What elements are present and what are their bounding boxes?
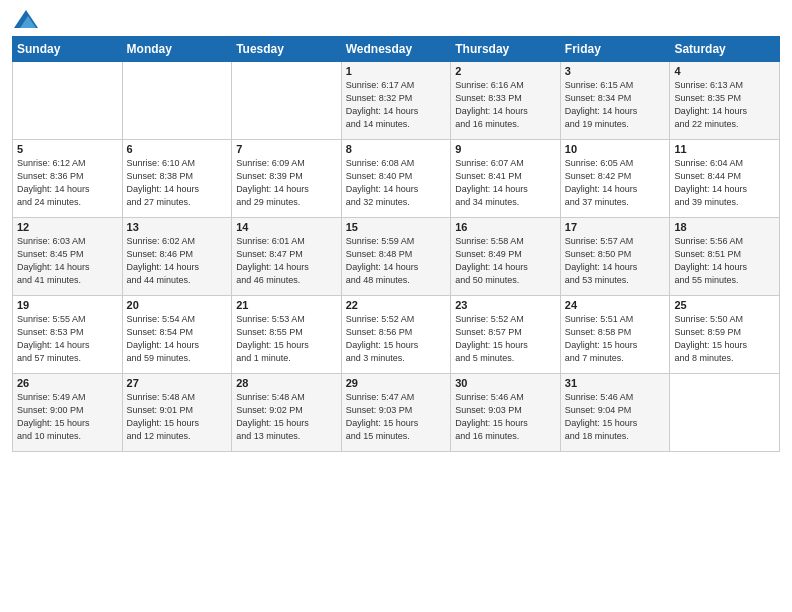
calendar-cell: 20Sunrise: 5:54 AMSunset: 8:54 PMDayligh… (122, 296, 232, 374)
calendar-cell: 11Sunrise: 6:04 AMSunset: 8:44 PMDayligh… (670, 140, 780, 218)
calendar-week-row: 5Sunrise: 6:12 AMSunset: 8:36 PMDaylight… (13, 140, 780, 218)
day-info: Sunrise: 5:59 AMSunset: 8:48 PMDaylight:… (346, 235, 447, 287)
calendar-cell: 29Sunrise: 5:47 AMSunset: 9:03 PMDayligh… (341, 374, 451, 452)
day-number: 26 (17, 377, 118, 389)
day-info: Sunrise: 6:17 AMSunset: 8:32 PMDaylight:… (346, 79, 447, 131)
day-number: 30 (455, 377, 556, 389)
day-number: 24 (565, 299, 666, 311)
calendar-cell: 16Sunrise: 5:58 AMSunset: 8:49 PMDayligh… (451, 218, 561, 296)
day-number: 9 (455, 143, 556, 155)
day-info: Sunrise: 5:57 AMSunset: 8:50 PMDaylight:… (565, 235, 666, 287)
calendar-cell: 23Sunrise: 5:52 AMSunset: 8:57 PMDayligh… (451, 296, 561, 374)
day-info: Sunrise: 5:58 AMSunset: 8:49 PMDaylight:… (455, 235, 556, 287)
day-info: Sunrise: 6:02 AMSunset: 8:46 PMDaylight:… (127, 235, 228, 287)
day-info: Sunrise: 5:51 AMSunset: 8:58 PMDaylight:… (565, 313, 666, 365)
day-info: Sunrise: 6:04 AMSunset: 8:44 PMDaylight:… (674, 157, 775, 209)
day-number: 3 (565, 65, 666, 77)
day-info: Sunrise: 5:46 AMSunset: 9:03 PMDaylight:… (455, 391, 556, 443)
day-number: 17 (565, 221, 666, 233)
calendar-cell (122, 62, 232, 140)
day-info: Sunrise: 5:48 AMSunset: 9:01 PMDaylight:… (127, 391, 228, 443)
calendar-cell (670, 374, 780, 452)
day-info: Sunrise: 6:08 AMSunset: 8:40 PMDaylight:… (346, 157, 447, 209)
day-info: Sunrise: 5:47 AMSunset: 9:03 PMDaylight:… (346, 391, 447, 443)
day-info: Sunrise: 5:52 AMSunset: 8:56 PMDaylight:… (346, 313, 447, 365)
day-header-monday: Monday (122, 37, 232, 62)
calendar-cell: 27Sunrise: 5:48 AMSunset: 9:01 PMDayligh… (122, 374, 232, 452)
calendar-cell: 26Sunrise: 5:49 AMSunset: 9:00 PMDayligh… (13, 374, 123, 452)
calendar-cell: 31Sunrise: 5:46 AMSunset: 9:04 PMDayligh… (560, 374, 670, 452)
day-number: 19 (17, 299, 118, 311)
calendar-week-row: 26Sunrise: 5:49 AMSunset: 9:00 PMDayligh… (13, 374, 780, 452)
logo (12, 10, 38, 28)
day-number: 16 (455, 221, 556, 233)
calendar-cell: 28Sunrise: 5:48 AMSunset: 9:02 PMDayligh… (232, 374, 342, 452)
calendar-cell: 5Sunrise: 6:12 AMSunset: 8:36 PMDaylight… (13, 140, 123, 218)
day-number: 12 (17, 221, 118, 233)
calendar-cell: 10Sunrise: 6:05 AMSunset: 8:42 PMDayligh… (560, 140, 670, 218)
day-header-wednesday: Wednesday (341, 37, 451, 62)
day-header-thursday: Thursday (451, 37, 561, 62)
calendar-header-row: SundayMondayTuesdayWednesdayThursdayFrid… (13, 37, 780, 62)
day-number: 4 (674, 65, 775, 77)
day-number: 13 (127, 221, 228, 233)
calendar-cell: 25Sunrise: 5:50 AMSunset: 8:59 PMDayligh… (670, 296, 780, 374)
day-header-friday: Friday (560, 37, 670, 62)
calendar-cell: 9Sunrise: 6:07 AMSunset: 8:41 PMDaylight… (451, 140, 561, 218)
calendar-cell: 17Sunrise: 5:57 AMSunset: 8:50 PMDayligh… (560, 218, 670, 296)
calendar-cell: 12Sunrise: 6:03 AMSunset: 8:45 PMDayligh… (13, 218, 123, 296)
day-number: 25 (674, 299, 775, 311)
day-info: Sunrise: 5:50 AMSunset: 8:59 PMDaylight:… (674, 313, 775, 365)
calendar-cell: 15Sunrise: 5:59 AMSunset: 8:48 PMDayligh… (341, 218, 451, 296)
day-info: Sunrise: 6:16 AMSunset: 8:33 PMDaylight:… (455, 79, 556, 131)
calendar-week-row: 12Sunrise: 6:03 AMSunset: 8:45 PMDayligh… (13, 218, 780, 296)
calendar-cell: 24Sunrise: 5:51 AMSunset: 8:58 PMDayligh… (560, 296, 670, 374)
day-info: Sunrise: 5:54 AMSunset: 8:54 PMDaylight:… (127, 313, 228, 365)
calendar-cell: 22Sunrise: 5:52 AMSunset: 8:56 PMDayligh… (341, 296, 451, 374)
day-info: Sunrise: 6:13 AMSunset: 8:35 PMDaylight:… (674, 79, 775, 131)
day-info: Sunrise: 6:12 AMSunset: 8:36 PMDaylight:… (17, 157, 118, 209)
calendar-week-row: 19Sunrise: 5:55 AMSunset: 8:53 PMDayligh… (13, 296, 780, 374)
day-info: Sunrise: 5:53 AMSunset: 8:55 PMDaylight:… (236, 313, 337, 365)
day-number: 27 (127, 377, 228, 389)
calendar-cell: 3Sunrise: 6:15 AMSunset: 8:34 PMDaylight… (560, 62, 670, 140)
calendar-cell: 4Sunrise: 6:13 AMSunset: 8:35 PMDaylight… (670, 62, 780, 140)
day-header-tuesday: Tuesday (232, 37, 342, 62)
calendar-cell: 2Sunrise: 6:16 AMSunset: 8:33 PMDaylight… (451, 62, 561, 140)
logo-icon (14, 10, 38, 28)
day-number: 5 (17, 143, 118, 155)
day-number: 21 (236, 299, 337, 311)
calendar-cell: 30Sunrise: 5:46 AMSunset: 9:03 PMDayligh… (451, 374, 561, 452)
day-number: 2 (455, 65, 556, 77)
day-info: Sunrise: 6:10 AMSunset: 8:38 PMDaylight:… (127, 157, 228, 209)
calendar-cell (13, 62, 123, 140)
day-number: 11 (674, 143, 775, 155)
calendar-week-row: 1Sunrise: 6:17 AMSunset: 8:32 PMDaylight… (13, 62, 780, 140)
calendar-cell: 13Sunrise: 6:02 AMSunset: 8:46 PMDayligh… (122, 218, 232, 296)
day-info: Sunrise: 5:55 AMSunset: 8:53 PMDaylight:… (17, 313, 118, 365)
day-number: 28 (236, 377, 337, 389)
day-info: Sunrise: 6:07 AMSunset: 8:41 PMDaylight:… (455, 157, 556, 209)
day-number: 29 (346, 377, 447, 389)
day-info: Sunrise: 6:09 AMSunset: 8:39 PMDaylight:… (236, 157, 337, 209)
day-number: 20 (127, 299, 228, 311)
day-info: Sunrise: 5:49 AMSunset: 9:00 PMDaylight:… (17, 391, 118, 443)
day-number: 18 (674, 221, 775, 233)
day-info: Sunrise: 5:48 AMSunset: 9:02 PMDaylight:… (236, 391, 337, 443)
day-info: Sunrise: 5:56 AMSunset: 8:51 PMDaylight:… (674, 235, 775, 287)
calendar-cell: 1Sunrise: 6:17 AMSunset: 8:32 PMDaylight… (341, 62, 451, 140)
day-number: 14 (236, 221, 337, 233)
day-info: Sunrise: 6:15 AMSunset: 8:34 PMDaylight:… (565, 79, 666, 131)
day-number: 6 (127, 143, 228, 155)
day-info: Sunrise: 6:03 AMSunset: 8:45 PMDaylight:… (17, 235, 118, 287)
day-number: 31 (565, 377, 666, 389)
calendar-cell (232, 62, 342, 140)
day-info: Sunrise: 6:01 AMSunset: 8:47 PMDaylight:… (236, 235, 337, 287)
day-info: Sunrise: 5:52 AMSunset: 8:57 PMDaylight:… (455, 313, 556, 365)
day-info: Sunrise: 6:05 AMSunset: 8:42 PMDaylight:… (565, 157, 666, 209)
calendar-container: SundayMondayTuesdayWednesdayThursdayFrid… (0, 0, 792, 612)
day-number: 1 (346, 65, 447, 77)
day-info: Sunrise: 5:46 AMSunset: 9:04 PMDaylight:… (565, 391, 666, 443)
day-number: 15 (346, 221, 447, 233)
day-number: 10 (565, 143, 666, 155)
